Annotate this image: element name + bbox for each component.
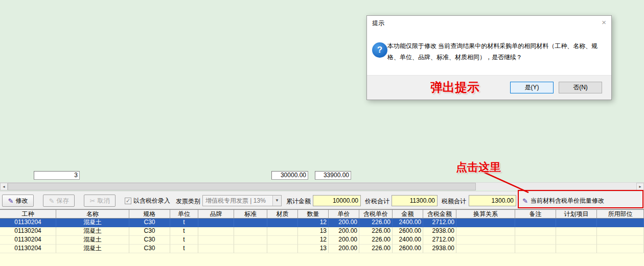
column-header-11[interactable]: 金额 <box>393 210 423 218</box>
table-cell[interactable]: 2712.00 <box>423 236 456 245</box>
column-header-12[interactable]: 含税金额 <box>423 210 456 218</box>
table-cell[interactable] <box>515 227 556 236</box>
table-cell[interactable] <box>556 227 597 236</box>
column-header-6[interactable]: 标准 <box>234 210 267 218</box>
scroll-right-icon[interactable]: ► <box>636 183 644 190</box>
column-header-8[interactable]: 数量 <box>298 210 329 218</box>
table-cell[interactable] <box>456 219 515 227</box>
table-cell[interactable] <box>198 245 234 253</box>
yes-button[interactable]: 是(Y) <box>510 82 554 93</box>
price-tax-total-field[interactable]: 11300.00 <box>392 195 438 206</box>
table-cell[interactable]: 混凝土 <box>56 245 129 253</box>
table-cell[interactable]: C30 <box>129 219 170 227</box>
table-cell[interactable] <box>234 245 267 253</box>
table-cell[interactable] <box>234 236 267 245</box>
tax-included-checkbox[interactable]: ✓ 以含税价录入 <box>125 197 170 205</box>
close-icon[interactable]: × <box>602 18 606 27</box>
column-header-15[interactable]: 计划项目 <box>556 210 597 218</box>
table-row[interactable]: 01130204混凝土C30t13200.00226.002600.002938… <box>0 245 644 253</box>
table-cell[interactable]: t <box>170 219 198 227</box>
table-cell[interactable]: 13 <box>298 227 329 236</box>
column-header-5[interactable]: 品牌 <box>198 210 234 218</box>
invoice-type-select[interactable]: 增值税专用发票 | 13% ▼ <box>202 195 282 206</box>
modify-button[interactable]: ✎ 修改 <box>2 195 34 207</box>
table-row[interactable]: 01130204混凝土C30t13200.00226.002600.002938… <box>0 227 644 236</box>
table-cell[interactable] <box>234 219 267 227</box>
table-row[interactable]: 01130204混凝土C30t12200.00226.002400.002712… <box>0 236 644 245</box>
table-cell[interactable] <box>456 227 515 236</box>
no-button[interactable]: 否(N) <box>559 82 602 93</box>
table-row[interactable]: 01130204混凝土C30t12200.00226.002400.002712… <box>0 219 644 227</box>
table-cell[interactable]: 2400.00 <box>393 219 423 227</box>
table-cell[interactable] <box>597 236 644 245</box>
table-cell[interactable]: 混凝土 <box>56 236 129 245</box>
table-cell[interactable] <box>556 245 597 253</box>
tax-total-field[interactable]: 1300.00 <box>469 195 516 206</box>
table-cell[interactable] <box>597 219 644 227</box>
table-cell[interactable] <box>198 219 234 227</box>
table-cell[interactable]: 混凝土 <box>56 219 129 227</box>
table-cell[interactable] <box>267 236 298 245</box>
table-cell[interactable]: 12 <box>298 219 329 227</box>
table-cell[interactable]: 01130204 <box>0 219 56 227</box>
table-cell[interactable]: 01130204 <box>0 245 56 253</box>
column-header-14[interactable]: 备注 <box>515 210 556 218</box>
table-cell[interactable]: 226.00 <box>359 245 393 253</box>
table-cell[interactable]: C30 <box>129 245 170 253</box>
table-cell[interactable]: 混凝土 <box>56 227 129 236</box>
scrollbar-thumb[interactable] <box>8 183 476 190</box>
table-cell[interactable]: 226.00 <box>359 219 393 227</box>
column-header-1[interactable]: 工种 <box>0 210 56 218</box>
table-cell[interactable] <box>267 219 298 227</box>
table-cell[interactable]: 12 <box>298 236 329 245</box>
chevron-down-icon[interactable]: ▼ <box>272 196 281 206</box>
column-header-13[interactable]: 换算关系 <box>456 210 515 218</box>
table-cell[interactable]: 200.00 <box>329 227 359 236</box>
table-cell[interactable]: 200.00 <box>329 236 359 245</box>
table-cell[interactable]: 2938.00 <box>423 245 456 253</box>
horizontal-scrollbar[interactable]: ◄ ► <box>0 182 644 190</box>
table-cell[interactable] <box>515 219 556 227</box>
column-header-9[interactable]: 单价 <box>329 210 359 218</box>
table-cell[interactable] <box>597 227 644 236</box>
table-cell[interactable]: C30 <box>129 236 170 245</box>
column-header-16[interactable]: 所用部位 <box>597 210 644 218</box>
cumulative-amount-field[interactable]: 10000.00 <box>313 195 361 206</box>
column-header-4[interactable]: 单位 <box>170 210 198 218</box>
table-cell[interactable]: t <box>170 227 198 236</box>
table-cell[interactable]: 2400.00 <box>393 236 423 245</box>
column-header-7[interactable]: 材质 <box>267 210 298 218</box>
table-cell[interactable]: 200.00 <box>329 219 359 227</box>
table-cell[interactable]: 226.00 <box>359 236 393 245</box>
table-cell[interactable]: 2600.00 <box>393 245 423 253</box>
table-cell[interactable]: t <box>170 245 198 253</box>
table-cell[interactable]: 226.00 <box>359 227 393 236</box>
table-cell[interactable] <box>198 227 234 236</box>
scroll-left-icon[interactable]: ◄ <box>0 183 8 190</box>
table-cell[interactable]: 2712.00 <box>423 219 456 227</box>
column-header-2[interactable]: 名称 <box>56 210 129 218</box>
table-cell[interactable]: 13 <box>298 245 329 253</box>
table-cell[interactable] <box>267 227 298 236</box>
table-cell[interactable] <box>456 236 515 245</box>
table-cell[interactable]: 2600.00 <box>393 227 423 236</box>
column-header-10[interactable]: 含税单价 <box>359 210 393 218</box>
table-cell[interactable] <box>556 236 597 245</box>
table-cell[interactable] <box>515 245 556 253</box>
dialog-titlebar[interactable]: 提示 × <box>367 16 611 29</box>
column-header-3[interactable]: 规格 <box>129 210 170 218</box>
table-cell[interactable]: C30 <box>129 227 170 236</box>
table-cell[interactable]: t <box>170 236 198 245</box>
table-cell[interactable] <box>267 245 298 253</box>
table-cell[interactable] <box>234 227 267 236</box>
batch-modify-button[interactable]: ✎ 当前材料含税单价批量修改 <box>520 195 606 207</box>
table-cell[interactable] <box>456 245 515 253</box>
table-cell[interactable] <box>556 219 597 227</box>
table-cell[interactable]: 01130204 <box>0 227 56 236</box>
table-cell[interactable]: 2938.00 <box>423 227 456 236</box>
table-cell[interactable] <box>515 236 556 245</box>
table-cell[interactable]: 01130204 <box>0 236 56 245</box>
table-cell[interactable]: 200.00 <box>329 245 359 253</box>
table-cell[interactable] <box>597 245 644 253</box>
table-cell[interactable] <box>198 236 234 245</box>
